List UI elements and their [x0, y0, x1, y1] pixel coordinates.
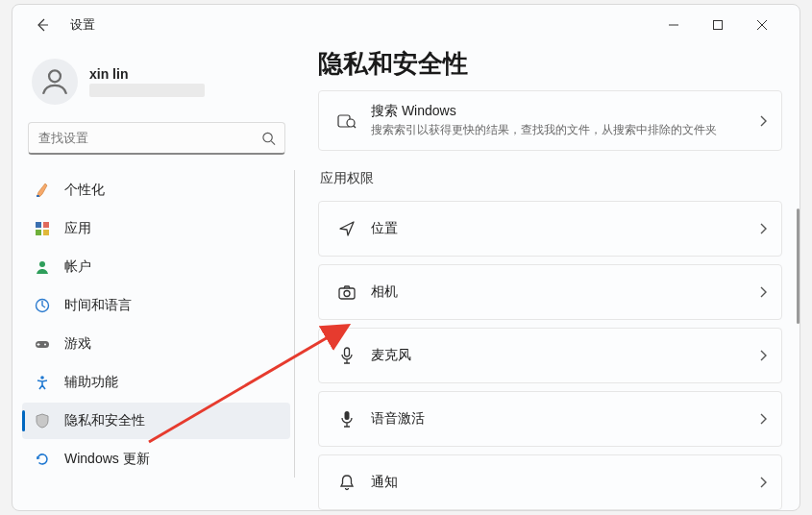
titlebar: 设置: [12, 5, 800, 45]
svg-rect-8: [36, 230, 41, 235]
camera-icon: [332, 282, 361, 302]
person-icon: [38, 65, 71, 98]
page-title: 隐私和安全性: [318, 47, 782, 81]
sidebar-item-label: 游戏: [64, 335, 91, 353]
sidebar-item-accounts[interactable]: 帐户: [22, 249, 290, 285]
sidebar-item-windows-update[interactable]: Windows 更新: [22, 441, 290, 478]
sidebar-item-apps[interactable]: 应用: [22, 210, 290, 247]
chevron-right-icon: [758, 412, 768, 426]
sidebar: xin lin 个性化 应用: [12, 45, 301, 510]
permission-voice-activation[interactable]: 语音激活: [318, 391, 782, 447]
close-button[interactable]: [740, 10, 784, 40]
scrollbar[interactable]: [797, 208, 800, 324]
sidebar-item-label: 隐私和安全性: [64, 412, 145, 429]
permission-label: 位置: [371, 220, 758, 237]
permission-microphone[interactable]: 麦克风: [318, 328, 782, 383]
sidebar-item-label: 辅助功能: [64, 374, 118, 391]
user-row[interactable]: xin lin: [22, 45, 291, 114]
sidebar-item-privacy[interactable]: 隐私和安全性: [22, 403, 290, 439]
svg-line-17: [354, 126, 356, 128]
location-icon: [332, 219, 361, 238]
svg-rect-18: [339, 288, 355, 299]
svg-rect-1: [714, 21, 723, 30]
section-label: 应用权限: [320, 170, 782, 187]
card-title: 搜索 Windows: [371, 103, 758, 120]
svg-point-19: [344, 291, 350, 297]
svg-rect-20: [345, 348, 350, 356]
back-button[interactable]: [28, 11, 57, 39]
search-input[interactable]: [28, 122, 285, 155]
sidebar-item-label: 个性化: [64, 182, 105, 199]
apps-icon: [34, 220, 51, 237]
microphone-icon: [332, 346, 361, 365]
search-windows-icon: [332, 111, 361, 131]
chevron-right-icon: [758, 114, 768, 128]
gamepad-icon: [34, 335, 51, 353]
chevron-right-icon: [758, 476, 768, 489]
permission-camera[interactable]: 相机: [318, 264, 782, 320]
svg-rect-7: [43, 222, 49, 228]
voice-activation-icon: [332, 409, 361, 429]
permission-label: 相机: [371, 283, 758, 301]
search-icon: [261, 132, 276, 146]
person-icon: [34, 258, 51, 276]
user-email-blurred: [89, 84, 205, 97]
avatar: [32, 59, 78, 105]
brush-icon: [34, 182, 51, 199]
search-field[interactable]: [28, 122, 285, 155]
content-pane: 隐私和安全性 搜索 Windows 搜索索引以获得更快的结果，查找我的文件，从搜…: [301, 45, 800, 510]
sidebar-item-label: 应用: [64, 220, 91, 237]
accessibility-icon: [34, 374, 51, 391]
card-subtitle: 搜索索引以获得更快的结果，查找我的文件，从搜索中排除的文件夹: [371, 122, 758, 138]
user-name: xin lin: [89, 66, 205, 82]
permission-label: 麦克风: [371, 347, 758, 364]
sidebar-item-label: 时间和语言: [64, 297, 132, 314]
chevron-right-icon: [758, 349, 768, 362]
permission-label: 通知: [371, 474, 758, 491]
permission-label: 语音激活: [371, 410, 758, 428]
minimize-icon: [668, 19, 679, 31]
close-icon: [756, 19, 768, 31]
svg-point-16: [347, 119, 355, 127]
permission-notifications[interactable]: 通知: [318, 454, 782, 510]
chevron-right-icon: [758, 285, 768, 299]
svg-point-14: [40, 376, 44, 380]
permission-location[interactable]: 位置: [318, 201, 782, 257]
bell-icon: [332, 473, 361, 492]
minimize-button[interactable]: [652, 10, 696, 40]
sidebar-item-time-language[interactable]: 时间和语言: [22, 287, 290, 324]
svg-point-13: [44, 344, 46, 346]
sidebar-item-gaming[interactable]: 游戏: [22, 326, 290, 362]
shield-icon: [34, 412, 51, 429]
maximize-icon: [712, 19, 724, 31]
sidebar-item-label: 帐户: [64, 258, 91, 276]
update-icon: [34, 451, 51, 468]
globe-clock-icon: [34, 297, 51, 314]
settings-window: 设置 xin lin: [12, 4, 800, 511]
permission-list: 位置 相机 麦克风 语音激活: [318, 201, 782, 510]
svg-rect-21: [345, 411, 350, 420]
svg-rect-9: [43, 230, 49, 235]
svg-rect-5: [37, 195, 39, 197]
arrow-left-icon: [35, 17, 50, 33]
svg-point-2: [49, 70, 61, 82]
nav: 个性化 应用 帐户 时间和语言 游戏: [22, 170, 295, 478]
search-windows-card[interactable]: 搜索 Windows 搜索索引以获得更快的结果，查找我的文件，从搜索中排除的文件…: [318, 90, 782, 151]
window-title: 设置: [70, 16, 95, 34]
sidebar-item-label: Windows 更新: [64, 451, 150, 468]
svg-rect-6: [36, 222, 41, 228]
sidebar-item-accessibility[interactable]: 辅助功能: [22, 364, 290, 401]
chevron-right-icon: [758, 222, 768, 235]
svg-point-3: [263, 133, 272, 141]
window-controls: [652, 10, 784, 40]
svg-line-4: [271, 141, 275, 145]
maximize-button[interactable]: [696, 10, 740, 40]
svg-point-10: [39, 261, 45, 267]
sidebar-item-personalization[interactable]: 个性化: [22, 172, 290, 208]
